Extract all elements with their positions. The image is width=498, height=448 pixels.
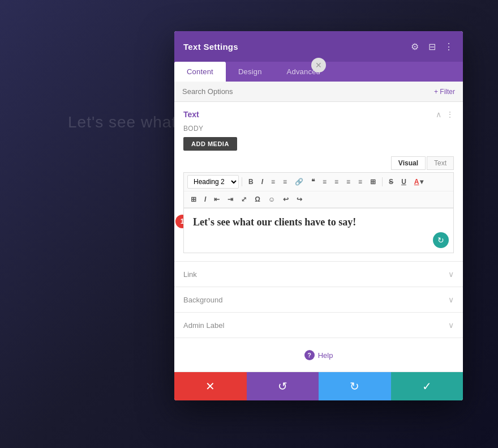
header-icons: ⚙ ⊟ ⋮ bbox=[410, 41, 454, 52]
panel-footer: ✕ ↺ ↻ ✓ bbox=[174, 372, 463, 400]
editor-wrapper: 1 Let's see what our clients have to say… bbox=[183, 208, 454, 253]
cancel-button[interactable]: ✕ bbox=[174, 372, 247, 400]
table-button[interactable]: ⊞ bbox=[367, 176, 379, 187]
body-label: Body bbox=[183, 125, 454, 133]
tab-text[interactable]: Text bbox=[427, 156, 454, 170]
align-right-button[interactable]: ≡ bbox=[343, 176, 354, 187]
tab-design[interactable]: Design bbox=[226, 62, 274, 82]
admin-label-chevron-icon: ∨ bbox=[448, 321, 454, 330]
search-bar: + Filter bbox=[174, 82, 463, 102]
link-chevron-icon: ∨ bbox=[448, 270, 454, 279]
add-media-button[interactable]: ADD MEDIA bbox=[183, 137, 237, 151]
format-btn-2[interactable]: I bbox=[201, 194, 209, 205]
more-icon[interactable]: ⋮ bbox=[444, 41, 454, 52]
format-btn-5[interactable]: ⤢ bbox=[238, 194, 250, 205]
link-button[interactable]: 🔗 bbox=[291, 176, 307, 187]
text-section-header: Text ∧ ⋮ bbox=[183, 110, 454, 119]
refresh-button[interactable]: ↻ bbox=[433, 232, 449, 248]
toolbar-row-2: ⊞ I ⇤ ⇥ ⤢ Ω ☺ ↩ ↪ bbox=[184, 191, 453, 208]
redo-footer-button[interactable]: ↻ bbox=[319, 372, 391, 400]
bold-button[interactable]: B bbox=[245, 176, 257, 187]
settings-icon[interactable]: ⚙ bbox=[410, 41, 420, 52]
collapse-icon[interactable]: ∧ bbox=[436, 110, 441, 119]
save-button[interactable]: ✓ bbox=[391, 372, 463, 400]
admin-label-section-title: Admin Label bbox=[183, 321, 224, 330]
separator-1 bbox=[242, 177, 242, 186]
format-btn-7[interactable]: ☺ bbox=[265, 194, 278, 205]
help-label: Help bbox=[318, 351, 333, 360]
reset-button[interactable]: ↺ bbox=[247, 372, 319, 400]
undo-button[interactable]: ↩ bbox=[280, 194, 292, 205]
editor-tabs: Visual Text bbox=[183, 156, 454, 170]
link-section-title: Link bbox=[183, 270, 197, 279]
redo-button[interactable]: ↪ bbox=[293, 194, 306, 205]
help-section: ? Help bbox=[174, 338, 463, 372]
align-center-button[interactable]: ≡ bbox=[331, 176, 342, 187]
strikethrough-button[interactable]: S bbox=[385, 176, 397, 187]
background-chevron-icon: ∨ bbox=[448, 295, 454, 304]
blockquote-button[interactable]: ❝ bbox=[308, 176, 318, 187]
panel-header: Text Settings ⚙ ⊟ ⋮ bbox=[174, 31, 463, 62]
editor-text: Let's see what our clients have to say! bbox=[193, 216, 444, 228]
ol-button[interactable]: ≡ bbox=[280, 176, 290, 187]
help-icon: ? bbox=[304, 350, 315, 360]
search-input[interactable] bbox=[182, 87, 434, 96]
ul-button[interactable]: ≡ bbox=[268, 176, 278, 187]
admin-label-section[interactable]: Admin Label ∨ bbox=[174, 313, 463, 338]
panel-close-outer[interactable]: ✕ bbox=[311, 58, 326, 72]
editor-toolbar: Heading 2 Heading 1 Heading 3 Paragraph … bbox=[183, 172, 454, 208]
panel-body: Text ∧ ⋮ Body ADD MEDIA Visual Text Head… bbox=[174, 102, 463, 372]
help-link[interactable]: ? Help bbox=[304, 350, 333, 360]
link-section[interactable]: Link ∨ bbox=[174, 262, 463, 287]
section-actions: ∧ ⋮ bbox=[436, 110, 454, 119]
section-more-icon[interactable]: ⋮ bbox=[446, 110, 454, 119]
heading-select[interactable]: Heading 2 Heading 1 Heading 3 Paragraph bbox=[187, 175, 239, 189]
editor-content[interactable]: Let's see what our clients have to say! … bbox=[183, 208, 454, 253]
tab-visual[interactable]: Visual bbox=[391, 156, 426, 170]
background-section[interactable]: Background ∨ bbox=[174, 287, 463, 313]
settings-panel: Text Settings ⚙ ⊟ ⋮ Content Design Advan… bbox=[174, 31, 463, 400]
color-button[interactable]: A ▾ bbox=[411, 176, 427, 187]
underline-button[interactable]: U bbox=[398, 176, 410, 187]
filter-button[interactable]: + Filter bbox=[434, 88, 455, 96]
panel-title: Text Settings bbox=[183, 42, 238, 52]
format-btn-6[interactable]: Ω bbox=[251, 194, 264, 205]
text-section: Text ∧ ⋮ Body ADD MEDIA Visual Text Head… bbox=[174, 102, 463, 262]
tab-content[interactable]: Content bbox=[174, 62, 226, 82]
separator-2 bbox=[382, 177, 383, 186]
expand-icon[interactable]: ⊟ bbox=[427, 41, 437, 52]
format-btn-3[interactable]: ⇤ bbox=[211, 194, 223, 205]
toolbar-row-1: Heading 2 Heading 1 Heading 3 Paragraph … bbox=[184, 173, 453, 191]
format-btn-4[interactable]: ⇥ bbox=[224, 194, 237, 205]
text-section-title: Text bbox=[183, 110, 199, 119]
italic-button[interactable]: I bbox=[258, 176, 267, 187]
format-btn-1[interactable]: ⊞ bbox=[187, 194, 200, 205]
background-section-title: Background bbox=[183, 296, 222, 304]
align-left-button[interactable]: ≡ bbox=[319, 176, 330, 187]
align-justify-button[interactable]: ≡ bbox=[355, 176, 366, 187]
